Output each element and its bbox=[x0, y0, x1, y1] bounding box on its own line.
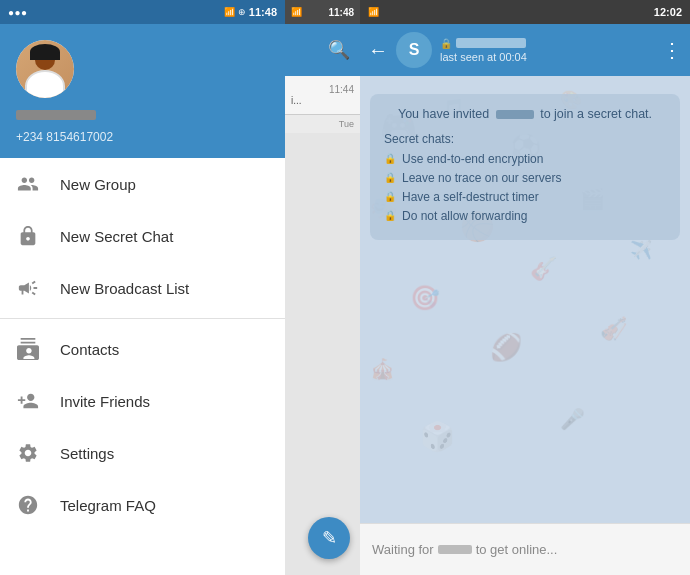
status-bar-mid: 📶 11:48 bbox=[285, 0, 360, 24]
compose-icon: ✎ bbox=[322, 527, 337, 549]
status-icons-left: 📶 ⊕ 11:48 bbox=[224, 6, 277, 18]
feature-item-1: 🔒 Use end-to-end encryption bbox=[384, 152, 666, 166]
name-blur-1 bbox=[496, 110, 534, 119]
chat-input-bar: Waiting for to get online... bbox=[360, 523, 690, 575]
chat-list-header: 🔍 bbox=[285, 24, 360, 76]
feature-item-3: 🔒 Have a self-destruct timer bbox=[384, 190, 666, 204]
menu-item-contacts[interactable]: Contacts bbox=[0, 323, 285, 375]
svg-text:🎯: 🎯 bbox=[410, 283, 440, 312]
menu-item-new-secret-chat[interactable]: New Secret Chat bbox=[0, 210, 285, 262]
chat-list-item[interactable]: 11:44 i... bbox=[285, 76, 360, 115]
new-group-label: New Group bbox=[60, 176, 136, 193]
faq-label: Telegram FAQ bbox=[60, 497, 156, 514]
chat-last-seen: last seen at 00:04 bbox=[440, 51, 654, 63]
profile-phone: +234 8154617002 bbox=[16, 130, 269, 144]
compose-button[interactable]: ✎ bbox=[308, 517, 350, 559]
feature-lock-icon-4: 🔒 bbox=[384, 210, 396, 221]
day-label: Tue bbox=[285, 115, 360, 133]
feature-text-2: Leave no trace on our servers bbox=[402, 171, 561, 185]
chat-avatar-letter: S bbox=[409, 41, 420, 59]
chat-list-panel: 📶 11:48 🔍 11:44 i... Tue ✎ bbox=[285, 0, 360, 575]
feature-item-2: 🔒 Leave no trace on our servers bbox=[384, 171, 666, 185]
feature-item-4: 🔒 Do not allow forwarding bbox=[384, 209, 666, 223]
signal-right: 📶 bbox=[368, 7, 379, 17]
invite-icon bbox=[16, 389, 40, 413]
chat-snippet: i... bbox=[291, 95, 354, 106]
feature-lock-icon-3: 🔒 bbox=[384, 191, 396, 202]
svg-text:✈️: ✈️ bbox=[630, 239, 653, 261]
contacts-icon bbox=[16, 337, 40, 361]
new-secret-chat-label: New Secret Chat bbox=[60, 228, 173, 245]
chat-body: 🎮 🎵 ⚽ 🎨 🎭 🏀 🎬 🎯 🎸 ✈️ 🎪 🏈 🎻 🎲 🎤 You ha bbox=[360, 76, 690, 523]
menu-divider bbox=[0, 318, 285, 319]
chat-name-row: 🔒 bbox=[440, 38, 654, 49]
system-msg-subtitle: Secret chats: bbox=[384, 132, 666, 146]
chat-info: 🔒 last seen at 00:04 bbox=[440, 38, 654, 63]
wifi-icon-left: ⊕ bbox=[238, 7, 246, 17]
status-bar-left: ●●● 📶 ⊕ 11:48 bbox=[0, 0, 285, 24]
waiting-prefix: Waiting for bbox=[372, 542, 434, 557]
settings-label: Settings bbox=[60, 445, 114, 462]
waiting-suffix: to get online... bbox=[476, 542, 558, 557]
svg-text:🏈: 🏈 bbox=[490, 331, 523, 363]
drawer-menu: ●●● 📶 ⊕ 11:48 +234 8154617002 New Group bbox=[0, 0, 285, 575]
menu-item-faq[interactable]: Telegram FAQ bbox=[0, 479, 285, 531]
chat-avatar: S bbox=[396, 32, 432, 68]
svg-text:🎲: 🎲 bbox=[420, 420, 455, 453]
svg-text:🎤: 🎤 bbox=[560, 407, 585, 431]
avatar-hair bbox=[30, 44, 60, 60]
menu-list: New Group New Secret Chat New Broadcast … bbox=[0, 158, 285, 575]
system-msg-title: You have invited to join a secret chat. bbox=[384, 106, 666, 124]
signal-icon-left: 📶 bbox=[224, 7, 235, 17]
menu-item-settings[interactable]: Settings bbox=[0, 427, 285, 479]
search-icon[interactable]: 🔍 bbox=[328, 39, 350, 61]
invite-text-1: You have invited bbox=[398, 107, 489, 121]
menu-item-new-group[interactable]: New Group bbox=[0, 158, 285, 210]
feature-text-1: Use end-to-end encryption bbox=[402, 152, 543, 166]
name-blur-input bbox=[438, 545, 472, 554]
avatar-image bbox=[16, 40, 74, 98]
invite-friends-label: Invite Friends bbox=[60, 393, 150, 410]
menu-item-new-broadcast[interactable]: New Broadcast List bbox=[0, 262, 285, 314]
profile-name bbox=[16, 110, 96, 120]
feature-text-4: Do not allow forwarding bbox=[402, 209, 527, 223]
signal-mid: 📶 bbox=[291, 7, 302, 17]
time-right: 12:02 bbox=[654, 6, 682, 18]
status-bar-right: 📶 12:02 bbox=[360, 0, 690, 24]
broadcast-icon bbox=[16, 276, 40, 300]
profile-header: +234 8154617002 bbox=[0, 24, 285, 158]
chat-input-placeholder: Waiting for to get online... bbox=[372, 542, 678, 557]
system-message-box: You have invited to join a secret chat. … bbox=[370, 94, 680, 240]
invite-text-2: to join a secret chat. bbox=[540, 107, 652, 121]
new-broadcast-label: New Broadcast List bbox=[60, 280, 189, 297]
help-icon bbox=[16, 493, 40, 517]
time-left: 11:48 bbox=[249, 6, 277, 18]
chat-time: 11:44 bbox=[291, 84, 354, 95]
svg-text:🎻: 🎻 bbox=[600, 315, 628, 342]
back-button[interactable]: ← bbox=[368, 39, 388, 62]
feature-text-3: Have a self-destruct timer bbox=[402, 190, 539, 204]
feature-lock-icon-1: 🔒 bbox=[384, 153, 396, 164]
time-mid: 11:48 bbox=[328, 7, 354, 18]
chat-panel: 📶 12:02 ← S 🔒 last seen at 00:04 ⋮ 🎮 🎵 ⚽… bbox=[360, 0, 690, 575]
settings-icon bbox=[16, 441, 40, 465]
feature-lock-icon-2: 🔒 bbox=[384, 172, 396, 183]
app-name-left: ●●● bbox=[8, 7, 28, 18]
chat-name-blurred bbox=[456, 38, 526, 48]
chat-header: ← S 🔒 last seen at 00:04 ⋮ bbox=[360, 24, 690, 76]
contacts-label: Contacts bbox=[60, 341, 119, 358]
avatar bbox=[16, 40, 74, 98]
group-icon bbox=[16, 172, 40, 196]
secret-lock-icon: 🔒 bbox=[440, 38, 452, 49]
svg-text:🎸: 🎸 bbox=[530, 255, 558, 282]
menu-item-invite-friends[interactable]: Invite Friends bbox=[0, 375, 285, 427]
lock-icon bbox=[16, 224, 40, 248]
more-options-button[interactable]: ⋮ bbox=[662, 38, 682, 62]
svg-text:🎪: 🎪 bbox=[370, 357, 395, 381]
